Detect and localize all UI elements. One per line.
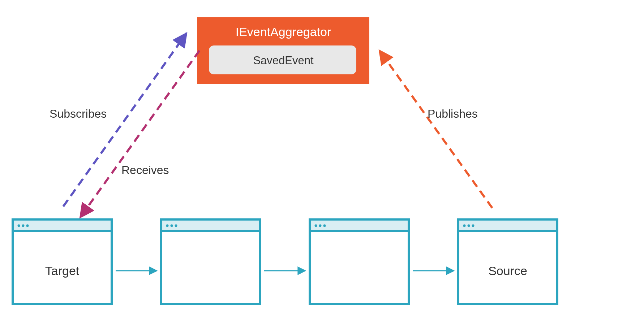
- window-source-label: Source: [488, 264, 527, 278]
- svg-rect-14: [310, 219, 409, 304]
- svg-point-12: [171, 225, 173, 227]
- event-aggregator-diagram: IEventAggregator SavedEvent Subscribes R…: [0, 0, 644, 322]
- svg-point-5: [18, 225, 20, 227]
- svg-point-17: [315, 225, 317, 227]
- svg-point-6: [22, 225, 25, 227]
- window-target: Target: [13, 219, 112, 304]
- subscribes-label: Subscribes: [50, 107, 107, 120]
- svg-point-18: [319, 225, 322, 227]
- svg-rect-2: [13, 219, 112, 304]
- aggregator-event-label: SavedEvent: [253, 54, 314, 67]
- receives-label: Receives: [121, 164, 169, 177]
- svg-point-25: [472, 225, 475, 227]
- svg-point-13: [175, 225, 177, 227]
- publishes-label: Publishes: [428, 107, 478, 120]
- svg-rect-20: [458, 219, 557, 304]
- publishes-arrow: [379, 51, 492, 208]
- svg-point-19: [323, 225, 326, 227]
- svg-point-11: [166, 225, 169, 227]
- svg-rect-8: [161, 219, 260, 304]
- window-target-label: Target: [45, 264, 80, 278]
- svg-point-24: [468, 225, 470, 227]
- aggregator-box: IEventAggregator SavedEvent: [197, 17, 369, 84]
- window-source: Source: [458, 219, 557, 304]
- receives-arrow: [80, 51, 199, 217]
- aggregator-title: IEventAggregator: [236, 25, 331, 39]
- svg-point-7: [26, 225, 29, 227]
- window-3: [310, 219, 409, 304]
- window-2: [161, 219, 260, 304]
- svg-point-23: [463, 225, 466, 227]
